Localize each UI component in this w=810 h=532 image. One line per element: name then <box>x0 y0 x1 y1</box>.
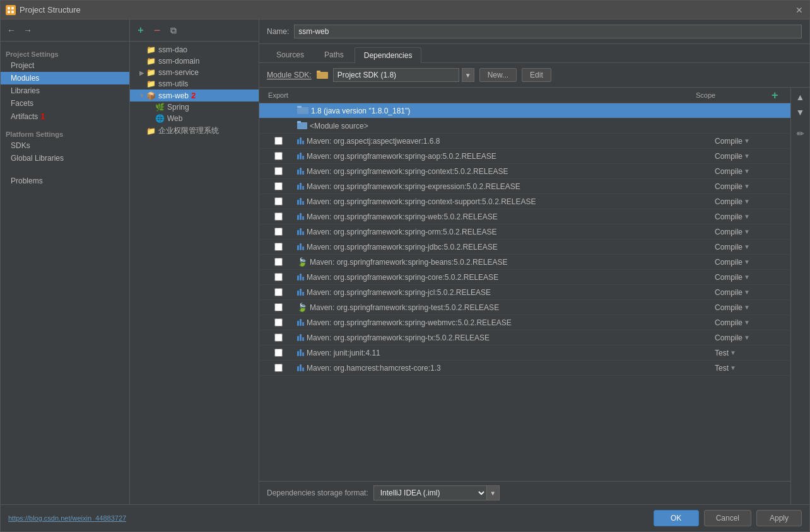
tree-item-ssm-utils[interactable]: 📁 ssm-utils <box>130 78 259 90</box>
apply-button[interactable]: Apply <box>756 510 802 526</box>
scope-dropdown-0[interactable]: ▼ <box>744 137 750 144</box>
remove-module-button[interactable]: − <box>150 23 164 37</box>
scope-dropdown-6[interactable]: ▼ <box>744 228 750 235</box>
dep-row-6[interactable]: Maven: org.springframework:spring-orm:5.… <box>259 224 790 240</box>
storage-select[interactable]: IntelliJ IDEA (.iml) <box>373 485 487 500</box>
source-folder-icon <box>297 121 307 131</box>
storage-dropdown-arrow[interactable]: ▼ <box>487 485 500 500</box>
name-input[interactable] <box>294 25 802 38</box>
scope-dropdown-5[interactable]: ▼ <box>744 213 750 220</box>
tree-item-ssm-dao[interactable]: 📁 ssm-dao <box>130 44 259 55</box>
edit-sdk-button[interactable]: Edit <box>522 68 551 82</box>
tree-item-spring[interactable]: 🌿 Spring <box>130 101 259 113</box>
tab-dependencies[interactable]: Dependencies <box>355 47 422 63</box>
tab-paths[interactable]: Paths <box>315 47 353 62</box>
scope-dropdown-11[interactable]: ▼ <box>744 304 750 311</box>
sidebar-item-global-libraries[interactable]: Global Libraries <box>1 152 129 165</box>
sidebar-item-sdks[interactable]: SDKs <box>1 139 129 152</box>
dep-row-14[interactable]: Maven: junit:junit:4.11 Test ▼ <box>259 345 790 361</box>
dep-cb-6[interactable] <box>259 228 297 236</box>
close-button[interactable]: ✕ <box>794 5 804 15</box>
web-icon: 🌐 <box>155 114 165 123</box>
scope-dropdown-8[interactable]: ▼ <box>744 258 750 265</box>
tree-item-web[interactable]: 🌐 Web <box>130 113 259 124</box>
scope-dropdown-13[interactable]: ▼ <box>744 334 750 341</box>
platform-settings-header: Platform Settings <box>1 127 129 139</box>
scope-dropdown-3[interactable]: ▼ <box>744 183 750 190</box>
add-module-button[interactable]: + <box>134 23 148 37</box>
dep-scope-13: Compile ▼ <box>715 333 790 342</box>
tree-item-ssm-service[interactable]: ▶ 📁 ssm-service <box>130 67 259 78</box>
dep-row-2[interactable]: Maven: org.springframework:spring-contex… <box>259 164 790 179</box>
dep-cb-12[interactable] <box>259 318 297 327</box>
scope-dropdown-10[interactable]: ▼ <box>744 289 750 296</box>
dep-row-7[interactable]: Maven: org.springframework:spring-jdbc:5… <box>259 240 790 255</box>
tree-item-ssm-web[interactable]: ▼ 📦 ssm-web 2 <box>130 90 259 101</box>
new-sdk-button[interactable]: New... <box>479 68 517 82</box>
dep-row-module-source[interactable]: <Module source> <box>259 119 790 134</box>
dep-row-4[interactable]: Maven: org.springframework:spring-contex… <box>259 194 790 209</box>
dep-cb-1[interactable] <box>259 152 297 160</box>
dep-cb-5[interactable] <box>259 212 297 221</box>
tree-item-ssm-domain[interactable]: 📁 ssm-domain <box>130 55 259 67</box>
dep-cb-0[interactable] <box>259 137 297 145</box>
tree-item-enterprise[interactable]: 📁 企业权限管理系统 <box>130 124 259 137</box>
dep-row-10[interactable]: Maven: org.springframework:spring-jcl:5.… <box>259 285 790 300</box>
svg-rect-2 <box>8 11 10 13</box>
sdk-select[interactable]: Project SDK (1.8) <box>333 68 459 82</box>
edit-dep-button[interactable]: ✏ <box>794 127 807 141</box>
cancel-button[interactable]: Cancel <box>704 510 751 526</box>
dep-row-15[interactable]: Maven: org.hamcrest:hamcrest-core:1.3 Te… <box>259 361 790 376</box>
sidebar-item-facets[interactable]: Facets <box>1 97 129 110</box>
move-down-button[interactable]: ▼ <box>794 105 807 119</box>
scope-dropdown-12[interactable]: ▼ <box>744 319 750 326</box>
copy-module-button[interactable]: ⧉ <box>167 23 180 37</box>
dep-cb-4[interactable] <box>259 197 297 205</box>
dep-cb-9[interactable] <box>259 273 297 281</box>
dep-cb-10[interactable] <box>259 288 297 296</box>
sidebar-item-libraries[interactable]: Libraries <box>1 84 129 97</box>
scope-dropdown-7[interactable]: ▼ <box>744 243 750 250</box>
scope-dropdown-1[interactable]: ▼ <box>744 153 750 159</box>
dep-row-8[interactable]: 🍃 Maven: org.springframework:spring-bean… <box>259 255 790 270</box>
dep-row-jdk[interactable]: 1.8 (java version "1.8.0_181") <box>259 103 790 119</box>
scope-dropdown-14[interactable]: ▼ <box>730 349 736 356</box>
sidebar-item-problems[interactable]: Problems <box>1 175 129 187</box>
dep-row-13[interactable]: Maven: org.springframework:spring-tx:5.0… <box>259 330 790 345</box>
dep-row-3[interactable]: Maven: org.springframework:spring-expres… <box>259 179 790 194</box>
add-dependency-button[interactable]: + <box>772 89 778 101</box>
move-up-button[interactable]: ▲ <box>794 90 807 104</box>
sidebar-item-project[interactable]: Project <box>1 59 129 72</box>
dep-row-11[interactable]: 🍃 Maven: org.springframework:spring-test… <box>259 300 790 315</box>
scope-dropdown-2[interactable]: ▼ <box>744 168 750 175</box>
dep-name-9: Maven: org.springframework:spring-core:5… <box>307 273 715 282</box>
dep-name-11: Maven: org.springframework:spring-test:5… <box>310 303 715 312</box>
sidebar-item-artifacts[interactable]: Artifacts 1 <box>1 110 129 123</box>
scope-dropdown-9[interactable]: ▼ <box>744 274 750 280</box>
ok-button[interactable]: OK <box>654 510 699 526</box>
tab-sources[interactable]: Sources <box>267 47 314 62</box>
dep-row-1[interactable]: Maven: org.springframework:spring-aop:5.… <box>259 149 790 164</box>
footer-url[interactable]: https://blog.csdn.net/weixin_44883727 <box>8 514 649 522</box>
dep-cb-2[interactable] <box>259 167 297 175</box>
module-tree: + − ⧉ 📁 ssm-dao 📁 ssm-domain <box>130 20 259 504</box>
dep-cb-14[interactable] <box>259 349 297 357</box>
dep-cb-13[interactable] <box>259 333 297 342</box>
dep-row-0[interactable]: Maven: org.aspectj:aspectjweaver:1.6.8 C… <box>259 134 790 149</box>
dep-scope-1: Compile ▼ <box>715 152 790 161</box>
dep-cb-3[interactable] <box>259 182 297 190</box>
sidebar-item-modules[interactable]: Modules <box>1 72 129 84</box>
forward-button[interactable]: → <box>21 23 35 37</box>
dep-row-9[interactable]: Maven: org.springframework:spring-core:5… <box>259 270 790 285</box>
dep-cb-15[interactable] <box>259 364 297 372</box>
scope-dropdown-4[interactable]: ▼ <box>744 198 750 205</box>
dep-row-12[interactable]: Maven: org.springframework:spring-webmvc… <box>259 315 790 330</box>
back-button[interactable]: ← <box>4 23 18 37</box>
dep-cb-8[interactable] <box>259 258 297 266</box>
dep-row-5[interactable]: Maven: org.springframework:spring-web:5.… <box>259 209 790 224</box>
dep-cb-7[interactable] <box>259 243 297 251</box>
sdk-dropdown-button[interactable]: ▼ <box>462 68 474 82</box>
scope-dropdown-15[interactable]: ▼ <box>730 364 736 371</box>
dep-cb-11[interactable] <box>259 303 297 311</box>
dep-name-jdk: 1.8 (java version "1.8.0_181") <box>311 107 790 115</box>
